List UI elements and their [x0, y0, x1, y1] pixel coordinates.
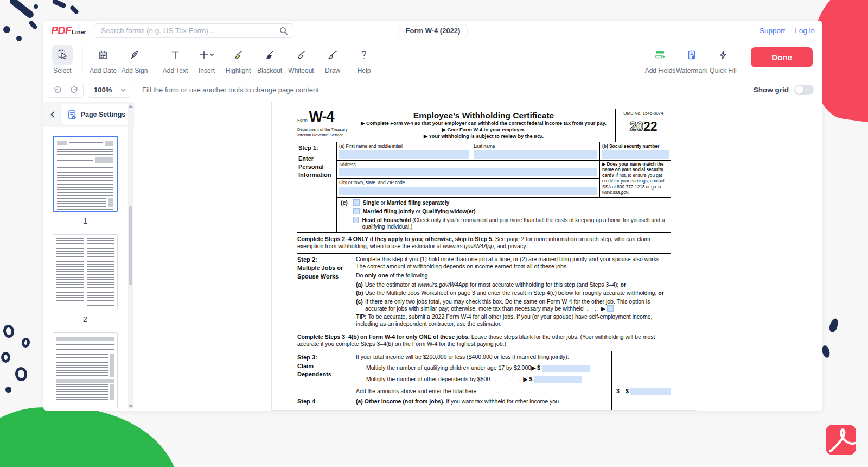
step2-item-c: (c) If there are only two jobs total, yo…	[356, 298, 671, 312]
form-header-left: Form W-4 Department of the Treasury Inte…	[297, 109, 352, 142]
help-button[interactable]: Help	[348, 45, 380, 74]
ssn-label: (b) Social security number	[602, 143, 669, 149]
quick-fill-label: Quick Fill	[710, 67, 736, 74]
editor-content: Page Settings 1	[43, 102, 822, 411]
address-field[interactable]	[339, 168, 597, 176]
form-word: Form	[297, 118, 308, 123]
step1-label: Step 1: Enter Personal Information	[297, 142, 337, 232]
scrollbar-thumb[interactable]	[129, 206, 132, 285]
head-of-household-checkbox[interactable]	[353, 217, 359, 223]
whiteout-button[interactable]: Whiteout	[285, 45, 317, 74]
select-tool-button[interactable]: Select	[47, 45, 78, 74]
ssa-gov-link: www.ssa.gov.	[602, 190, 629, 195]
page-number-2: 2	[83, 314, 87, 324]
children-amount-field[interactable]	[542, 365, 590, 372]
search-input[interactable]	[94, 23, 293, 38]
two-jobs-checkbox[interactable]	[607, 305, 614, 312]
blackout-brush-icon	[259, 45, 280, 65]
quick-fill-button[interactable]: Quick Fill	[707, 45, 739, 74]
step2-section: Step 2: Multiple Jobs or Spouse Works Co…	[297, 253, 671, 331]
filing-status-row: (c) Single or Married filing separately …	[337, 197, 671, 232]
add-sign-label: Add Sign	[122, 67, 148, 74]
other-dependents-field[interactable]	[534, 376, 582, 383]
steps24-note: Complete Steps 2–4 ONLY if they apply to…	[297, 233, 671, 253]
toggle-knob	[795, 86, 803, 94]
single-checkbox[interactable]	[353, 199, 360, 206]
steps34-note: Complete Steps 3–4(b) on Form W-4 for on…	[297, 331, 671, 351]
first-name-field[interactable]	[339, 150, 469, 159]
c-label: (c)	[341, 199, 353, 230]
pdfliner-logo[interactable]: PDF Liner	[51, 24, 86, 37]
ssn-field[interactable]	[602, 150, 669, 159]
step4-right-column	[611, 396, 671, 410]
show-grid-toggle[interactable]	[794, 85, 814, 95]
married-jointly-checkbox[interactable]	[353, 208, 360, 214]
page-thumbnail-2[interactable]	[53, 234, 118, 310]
paintbrush-icon	[322, 45, 343, 65]
filing-status-option-married: Married filing jointly or Qualifying wid…	[353, 208, 671, 215]
page-settings-label: Page Settings	[81, 111, 126, 118]
page-thumbnails: 1 2	[43, 127, 127, 411]
page-thumbnail-1[interactable]	[53, 136, 118, 212]
blackout-button[interactable]: Blackout	[254, 45, 285, 74]
show-grid-control: Show grid	[754, 85, 814, 95]
undo-button[interactable]	[48, 83, 66, 97]
calendar-icon	[93, 45, 113, 65]
page-settings-button[interactable]: Page Settings	[61, 104, 131, 125]
highlight-button[interactable]: Highlight	[222, 45, 254, 74]
step2-tip: TIP: To be accurate, submit a 2022 Form …	[356, 313, 671, 327]
login-link[interactable]: Log in	[795, 27, 815, 35]
search-icon[interactable]	[279, 26, 288, 37]
redo-button[interactable]	[66, 83, 83, 97]
last-name-label: Last name	[474, 143, 597, 149]
ssn-note: ▶ Does your name match the name on your …	[600, 160, 671, 197]
add-date-button[interactable]: Add Date	[87, 45, 119, 74]
address-label: Address	[339, 162, 597, 168]
decor-ink-dot	[16, 36, 22, 41]
add-fields-button[interactable]: Add Fields	[644, 45, 676, 74]
collapse-sidebar-button[interactable]	[47, 109, 59, 121]
decor-ink-dot	[3, 26, 10, 33]
sidebar-scrollbar[interactable]	[128, 103, 133, 409]
last-name-field[interactable]	[474, 150, 597, 159]
decor-ink-ring	[1, 352, 10, 363]
insert-label: Insert	[199, 67, 215, 74]
last-name-cell: Last name	[471, 142, 599, 160]
insert-button[interactable]: Insert	[191, 45, 222, 74]
add-sign-button[interactable]: Add Sign	[119, 45, 150, 74]
city-field[interactable]	[339, 187, 597, 195]
step3-intro: If your total income will be $200,000 or…	[356, 354, 608, 361]
first-name-cell: (a) First name and middle initial	[337, 142, 471, 160]
sub-toolbar: 100% Fill the form or use another tools …	[43, 78, 822, 102]
page-thumbnail-3[interactable]	[53, 332, 118, 408]
scroll-down-arrow[interactable]	[129, 405, 133, 408]
dollar-sign: $	[626, 388, 629, 395]
city-label: City or town, state, and ZIP code	[339, 180, 597, 186]
logo-pdf-text: PDF	[51, 24, 71, 37]
city-cell: City or town, state, and ZIP code	[337, 178, 599, 197]
watermark-button[interactable]: Watermark	[676, 45, 707, 74]
add-text-button[interactable]: Add Text	[159, 45, 191, 74]
address-cell: Address	[337, 160, 599, 179]
step3-line-number: 3	[612, 387, 624, 396]
form-header-center: Employee’s Withholding Certificate ▶ Com…	[352, 109, 616, 142]
step3-total-field[interactable]	[630, 388, 671, 395]
form-title: Employee’s Withholding Certificate	[356, 110, 611, 121]
done-button[interactable]: Done	[751, 47, 813, 67]
form-header: Form W-4 Department of the Treasury Inte…	[297, 109, 671, 142]
decor-ink-stroke	[69, 5, 79, 15]
support-link[interactable]: Support	[760, 27, 785, 35]
scroll-up-arrow[interactable]	[129, 105, 133, 108]
plus-icon	[196, 45, 217, 65]
decor-ink-comma	[828, 317, 839, 333]
decor-ink-ring	[2, 324, 16, 339]
zoom-level-select[interactable]: 100%	[88, 83, 132, 98]
chevron-down-icon	[120, 87, 126, 93]
pages-sidebar: Page Settings 1	[43, 102, 135, 411]
draw-button[interactable]: Draw	[317, 45, 348, 74]
step3-right-column: 3 $	[611, 351, 671, 396]
draw-label: Draw	[325, 67, 340, 74]
step4-section: Step 4 (a) Other income (not from jobs).…	[297, 396, 671, 410]
show-grid-label: Show grid	[754, 86, 789, 94]
page-number-1: 1	[83, 216, 87, 225]
